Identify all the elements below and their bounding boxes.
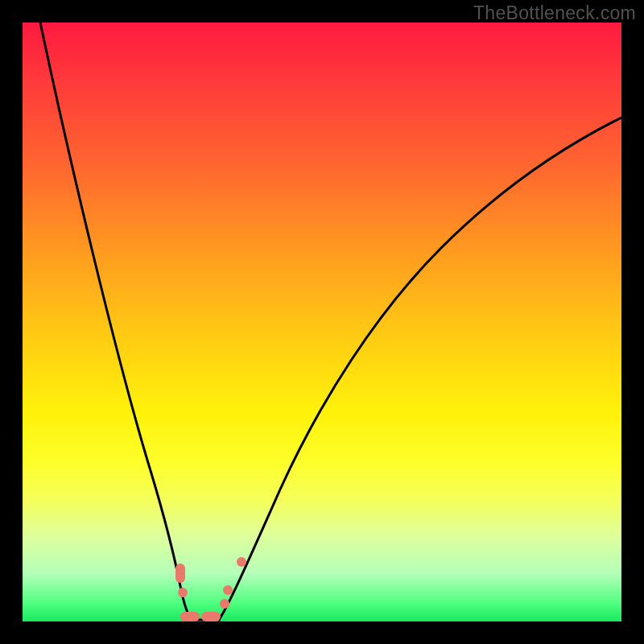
curve-left [40,23,192,620]
marker-dot-1 [178,588,188,597]
marker-dot-3 [223,585,233,595]
marker-pill-h-2 [201,612,221,621]
curve-right [219,118,621,620]
marker-pill-h-1 [180,612,200,621]
marker-dot-2 [220,599,229,609]
marker-pill-v-1 [175,564,185,583]
marker-dot-4 [237,557,246,567]
bottleneck-curve [23,23,621,621]
chart-frame: TheBottleneck.com [0,0,644,644]
plot-area [23,23,621,621]
watermark-text: TheBottleneck.com [473,2,636,24]
